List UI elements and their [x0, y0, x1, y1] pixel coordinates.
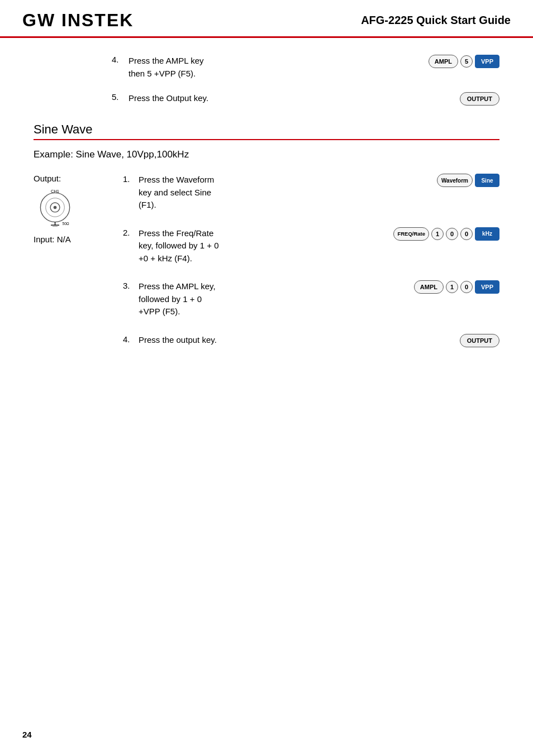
sine-step-1: 1. Press the Waveformkey and select Sine…: [123, 174, 499, 212]
logo: GW INSTEK: [22, 10, 134, 31]
step-num: 4.: [123, 334, 139, 344]
num1-key[interactable]: 1: [431, 228, 444, 240]
page-title: AFG-2225 Quick Start Guide: [361, 14, 511, 27]
khz-key[interactable]: kHz: [475, 227, 499, 241]
step-text: Press the AMPL keythen 5 +VPP (F5).: [129, 55, 417, 80]
connector-diagram: CH1 50Ω: [37, 188, 82, 227]
step-num: 2.: [123, 227, 139, 237]
main-content: 4. Press the AMPL keythen 5 +VPP (F5). A…: [0, 38, 533, 385]
step-num: 1.: [123, 174, 139, 184]
section-divider: [34, 139, 499, 140]
sine-layout: Output: CH1: [34, 174, 499, 363]
step-keys: AMPL 5 VPP: [429, 55, 499, 68]
sine-step-3: 3. Press the AMPL key,followed by 1 + 0+…: [123, 280, 499, 318]
svg-point-4: [54, 206, 57, 209]
step-text: Press the Waveformkey and select Sine(F1…: [139, 174, 428, 212]
ampl-key-top[interactable]: AMPL: [429, 55, 458, 68]
output-key-top[interactable]: OUTPUT: [460, 92, 499, 106]
step-num: 5.: [112, 92, 129, 102]
step-text: Press the AMPL key,followed by 1 + 0+VPP…: [139, 280, 405, 318]
ampl-key-sine[interactable]: AMPL: [414, 280, 444, 294]
vpp-key-top[interactable]: VPP: [475, 55, 499, 68]
page-number: 24: [22, 730, 32, 739]
step-num: 4.: [112, 55, 129, 64]
num0c-key[interactable]: 0: [460, 281, 473, 293]
output-label: Output:: [34, 174, 123, 183]
step-text: Press the Freq/Ratekey, followed by 1 + …: [139, 227, 384, 265]
num0b-key[interactable]: 0: [460, 228, 473, 240]
step-keys: Waveform Sine: [437, 174, 499, 187]
num0a-key[interactable]: 0: [446, 228, 458, 240]
step-keys: OUTPUT: [460, 92, 499, 106]
step-text: Press the Output key.: [129, 92, 449, 105]
top-step-5: 5. Press the Output key. OUTPUT: [112, 92, 499, 106]
freqrate-key[interactable]: FREQ/Rate: [393, 227, 429, 241]
sine-key[interactable]: Sine: [475, 174, 499, 187]
left-column: Output: CH1: [34, 174, 123, 363]
output-key-sine[interactable]: OUTPUT: [460, 334, 499, 347]
step-keys: OUTPUT: [460, 334, 499, 347]
top-step-4: 4. Press the AMPL keythen 5 +VPP (F5). A…: [112, 55, 499, 80]
right-column: 1. Press the Waveformkey and select Sine…: [123, 174, 499, 363]
vpp-key-sine[interactable]: VPP: [475, 280, 499, 294]
input-label: Input: N/A: [34, 235, 123, 244]
num1b-key[interactable]: 1: [446, 281, 458, 293]
step-text: Press the output key.: [139, 334, 451, 347]
top-steps: 4. Press the AMPL keythen 5 +VPP (F5). A…: [112, 55, 499, 106]
sine-step-2: 2. Press the Freq/Ratekey, followed by 1…: [123, 227, 499, 265]
header: GW INSTEK AFG-2225 Quick Start Guide: [0, 0, 533, 38]
sine-wave-section: Sine Wave Example: Sine Wave, 10Vpp,100k…: [34, 122, 499, 363]
section-heading: Sine Wave: [34, 122, 499, 137]
step-keys: FREQ/Rate 1 0 0 kHz: [393, 227, 499, 241]
num5-key-top[interactable]: 5: [460, 55, 473, 68]
step-keys: AMPL 1 0 VPP: [414, 280, 499, 294]
svg-text:50Ω: 50Ω: [63, 222, 69, 226]
waveform-key[interactable]: Waveform: [437, 174, 473, 187]
sine-step-4: 4. Press the output key. OUTPUT: [123, 334, 499, 347]
example-text: Example: Sine Wave, 10Vpp,100kHz: [34, 149, 499, 160]
step-num: 3.: [123, 280, 139, 290]
